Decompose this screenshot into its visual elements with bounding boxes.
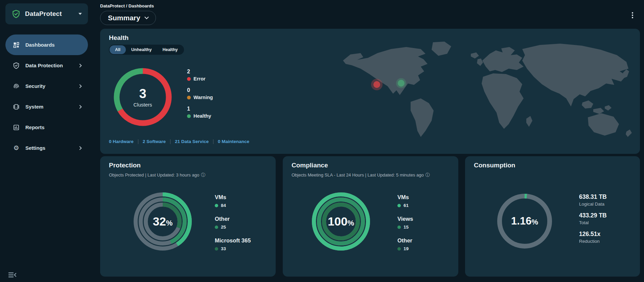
- health-links: 0 Hardware 2 Software 21 Data Service 0 …: [109, 139, 249, 144]
- health-legend: 2 Error 0 Warning 1 Healthy: [187, 69, 213, 124]
- info-icon[interactable]: ⓘ: [201, 172, 205, 178]
- data-service-link[interactable]: 21 Data Service: [175, 139, 209, 144]
- other-count: 19: [404, 246, 409, 251]
- other-dot-icon: [397, 247, 401, 251]
- views-count: 15: [404, 225, 409, 230]
- chevron-right-icon: [78, 64, 82, 67]
- healthy-label: Healthy: [193, 113, 211, 119]
- microsoft-365-label: Microsoft 365: [215, 237, 251, 244]
- kebab-menu-button[interactable]: [630, 11, 635, 20]
- vms-count: 61: [404, 203, 409, 208]
- protection-legend: VMs 84 Other 25 Microsoft 365 33: [215, 194, 251, 259]
- warning-count: 0: [187, 87, 213, 93]
- legend-entry-microsoft-365: Microsoft 365 33: [215, 237, 251, 251]
- error-count: 2: [187, 69, 213, 75]
- info-icon[interactable]: ⓘ: [426, 172, 430, 178]
- sidebar-item-data-protection[interactable]: Data Protection: [5, 55, 88, 76]
- app-name: DataProtect: [25, 10, 62, 18]
- sidebar-item-label: Settings: [25, 145, 45, 151]
- other-label: Other: [215, 216, 251, 222]
- microsoft-365-dot-icon: [215, 247, 218, 251]
- sidebar-item-label: System: [25, 104, 43, 110]
- percent-sign: %: [166, 219, 173, 228]
- gear-icon: ⚙: [12, 145, 20, 151]
- hardware-link[interactable]: 0 Hardware: [109, 139, 134, 144]
- donut-center: 3 Clusters: [111, 66, 174, 128]
- error-dot-icon: [187, 77, 191, 81]
- cluster-marker-error[interactable]: [371, 79, 383, 90]
- compliance-legend: VMs 61 Views 15 Other 19: [397, 194, 413, 259]
- sidebar-item-security[interactable]: Security: [5, 76, 88, 96]
- legend-entry-other: Other 25: [215, 216, 251, 230]
- vms-label: VMs: [215, 194, 251, 201]
- dashboards-grid-icon: [12, 42, 20, 48]
- consumption-percent: 1.16: [511, 215, 531, 227]
- donut-center: 100%: [311, 191, 371, 252]
- health-filter-toggle: All Unhealthy Healthy: [109, 45, 184, 55]
- total-value: 433.29 TB: [579, 212, 607, 219]
- sidebar: DataProtect Dashboards: [0, 0, 98, 282]
- filter-healthy[interactable]: Healthy: [157, 45, 183, 54]
- sidebar-item-system[interactable]: System: [5, 96, 88, 117]
- world-map-svg: [337, 40, 635, 142]
- filter-all[interactable]: All: [110, 45, 126, 54]
- other-count: 25: [221, 225, 226, 230]
- collapse-sidebar-button[interactable]: [8, 272, 17, 278]
- consumption-stats: 638.31 TB Logical Data 433.29 TB Total 1…: [579, 193, 607, 249]
- divider: [213, 139, 213, 144]
- breadcrumb: DataProtect / Dashboards: [100, 3, 154, 8]
- divider: [170, 139, 170, 144]
- chevron-right-icon: [78, 105, 82, 109]
- sidebar-item-settings[interactable]: ⚙ Settings: [5, 138, 88, 158]
- donut-center: 1.16%: [496, 193, 553, 250]
- shield-check-logo-icon: [12, 9, 21, 19]
- protection-title: Protection: [109, 162, 141, 169]
- world-map: [337, 40, 635, 142]
- consumption-title: Consumption: [474, 162, 515, 169]
- protection-donut: 32%: [133, 191, 193, 252]
- protection-subtitle: Objects Protected | Last Updated: 3 hour…: [109, 172, 205, 178]
- consumption-donut: 1.16%: [496, 193, 553, 250]
- clusters-health-donut: 3 Clusters: [111, 66, 174, 128]
- app-switcher[interactable]: DataProtect: [5, 3, 88, 24]
- legend-entry-vms: VMs 84: [215, 194, 251, 208]
- vms-dot-icon: [397, 204, 401, 207]
- system-icon: [12, 103, 20, 110]
- compliance-subtitle: Objects Meeting SLA - Last 24 Hours | La…: [292, 172, 430, 178]
- percent-sign: %: [531, 218, 538, 227]
- kebab-dot: [632, 12, 633, 14]
- sidebar-nav: Dashboards Data Protection: [5, 34, 88, 158]
- compliance-card: Compliance Objects Meeting SLA - Last 24…: [283, 156, 458, 277]
- sidebar-item-reports[interactable]: Reports: [5, 117, 88, 138]
- divider: [138, 139, 138, 144]
- software-link[interactable]: 2 Software: [143, 139, 166, 144]
- shield-check-icon: [12, 62, 20, 69]
- legend-entry-healthy: 1 Healthy: [187, 106, 213, 119]
- legend-entry-other: Other 19: [397, 237, 413, 251]
- view-selector-label: Summary: [108, 14, 140, 22]
- marker-core: [398, 80, 405, 87]
- vms-count: 84: [221, 203, 226, 208]
- filter-unhealthy[interactable]: Unhealthy: [126, 45, 157, 54]
- vms-dot-icon: [215, 204, 218, 207]
- bar-chart-icon: [12, 124, 20, 131]
- chevron-down-icon: [144, 15, 149, 19]
- maintenance-link[interactable]: 0 Maintenance: [218, 139, 249, 144]
- compliance-donut: 100%: [311, 191, 371, 252]
- cluster-marker-healthy[interactable]: [396, 78, 406, 88]
- view-selector-button[interactable]: Summary: [100, 11, 156, 25]
- microsoft-365-count: 33: [221, 246, 226, 251]
- total-label: Total: [579, 220, 607, 225]
- kebab-dot: [632, 17, 633, 18]
- collapse-sidebar-icon: [8, 272, 17, 278]
- logical-data-value: 638.31 TB: [579, 193, 607, 201]
- caret-down-icon: [78, 13, 82, 15]
- sidebar-item-label: Data Protection: [25, 63, 63, 68]
- compliance-subtitle-text: Objects Meeting SLA - Last 24 Hours | La…: [292, 172, 424, 178]
- clusters-count: 3: [139, 87, 146, 101]
- healthy-count: 1: [187, 106, 213, 112]
- protection-subtitle-text: Objects Protected | Last Updated: 3 hour…: [109, 172, 199, 178]
- dashboard-page: DataProtect Dashboards: [0, 0, 644, 282]
- legend-entry-vms: VMs 61: [397, 194, 413, 208]
- sidebar-item-dashboards[interactable]: Dashboards: [5, 34, 88, 55]
